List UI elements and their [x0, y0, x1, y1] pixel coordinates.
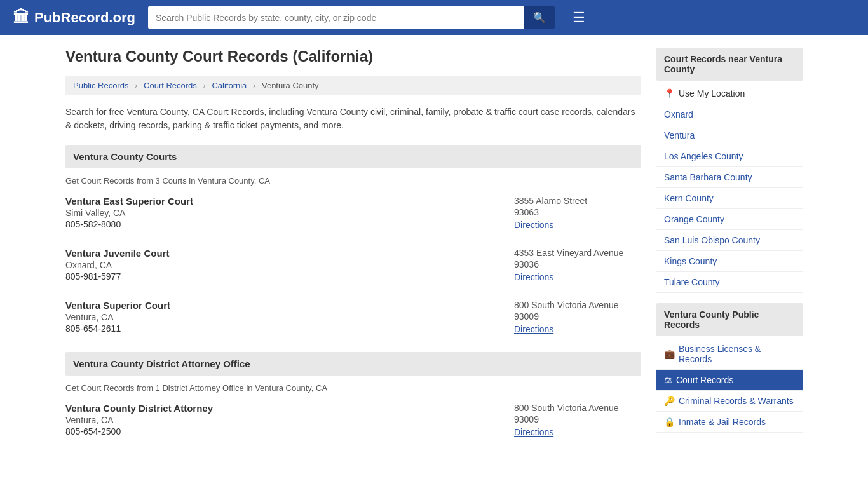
court-city-2: Ventura, CA: [65, 312, 170, 322]
sidebar-item-label: Orange County: [664, 214, 724, 224]
sidebar-use-location[interactable]: 📍 Use My Location: [656, 83, 803, 104]
sidebar-item-label: Inmate & Jail Records: [679, 417, 766, 427]
da-address-0: 800 South Victoria Avenue: [514, 403, 641, 413]
sidebar-item-label: San Luis Obispo County: [664, 235, 760, 245]
sidebar-item-santa-barbara[interactable]: Santa Barbara County: [656, 167, 803, 188]
sidebar-item-label: Kern County: [664, 193, 714, 203]
page-title: Ventura County Court Records (California…: [65, 48, 641, 65]
sidebar-item-business-licenses[interactable]: 💼 Business Licenses & Records: [656, 339, 803, 370]
court-name-1[interactable]: Ventura Juvenile Court: [65, 248, 169, 259]
da-name-0[interactable]: Ventura County District Attorney: [65, 403, 213, 414]
sidebar-item-label: Business Licenses & Records: [679, 344, 795, 364]
court-entry-1: Ventura Juvenile Court Oxnard, CA 805-98…: [65, 248, 641, 285]
court-left-1: Ventura Juvenile Court Oxnard, CA 805-98…: [65, 248, 169, 282]
breadcrumb-ventura-county: Ventura County: [262, 81, 319, 90]
sidebar-item-inmate-records[interactable]: 🔒 Inmate & Jail Records: [656, 412, 803, 433]
sidebar-item-label: Ventura: [664, 130, 695, 140]
da-section-header: Ventura County District Attorney Office: [65, 352, 641, 376]
court-phone-2: 805-654-2611: [65, 323, 170, 334]
sidebar-item-court-records[interactable]: ⚖ Court Records: [656, 370, 803, 391]
use-location-label: Use My Location: [679, 88, 745, 98]
breadcrumb-court-records[interactable]: Court Records: [144, 81, 197, 90]
logo-icon: 🏛: [13, 8, 29, 27]
search-bar: 🔍: [148, 6, 555, 29]
sidebar-item-label: Los Angeles County: [664, 151, 743, 161]
breadcrumb-public-records[interactable]: Public Records: [73, 81, 128, 90]
header: 🏛 PubRecord.org 🔍 ☰: [0, 0, 868, 35]
court-city-1: Oxnard, CA: [65, 260, 169, 270]
court-address-1: 4353 East Vineyard Avenue: [514, 248, 641, 258]
directions-link-2[interactable]: Directions: [514, 324, 553, 334]
sidebar: Court Records near Ventura County 📍 Use …: [656, 48, 803, 455]
court-address-2: 800 South Victoria Avenue: [514, 300, 641, 310]
court-entry-0: Ventura East Superior Court Simi Valley,…: [65, 196, 641, 233]
sidebar-item-kings[interactable]: Kings County: [656, 251, 803, 272]
page-description: Search for free Ventura County, CA Court…: [65, 105, 641, 132]
menu-icon: ☰: [573, 10, 585, 25]
search-input[interactable]: [148, 6, 524, 29]
courts-section-header: Ventura County Courts: [65, 145, 641, 168]
da-sub-description: Get Court Records from 1 District Attorn…: [65, 383, 641, 393]
court-right-0: 3855 Alamo Street 93063 Directions: [514, 196, 641, 230]
court-left-0: Ventura East Superior Court Simi Valley,…: [65, 196, 193, 230]
content-area: Ventura County Court Records (California…: [65, 48, 641, 455]
breadcrumb: Public Records › Court Records › Califor…: [65, 76, 641, 95]
logo-text: PubRecord.org: [34, 10, 135, 26]
sidebar-item-la-county[interactable]: Los Angeles County: [656, 146, 803, 167]
court-zip-1: 93036: [514, 259, 641, 269]
briefcase-icon: 💼: [664, 349, 675, 359]
directions-link-1[interactable]: Directions: [514, 272, 553, 282]
court-name-2[interactable]: Ventura Superior Court: [65, 300, 170, 311]
court-address-0: 3855 Alamo Street: [514, 196, 641, 206]
sidebar-item-san-luis[interactable]: San Luis Obispo County: [656, 230, 803, 251]
da-directions-link-0[interactable]: Directions: [514, 427, 553, 437]
sidebar-item-label: Santa Barbara County: [664, 172, 752, 182]
court-city-0: Simi Valley, CA: [65, 208, 193, 218]
da-entry-0: Ventura County District Attorney Ventura…: [65, 403, 641, 440]
sidebar-nearby-title: Court Records near Ventura County: [656, 48, 803, 81]
scales-icon: ⚖: [664, 375, 672, 385]
sidebar-item-ventura[interactable]: Ventura: [656, 125, 803, 146]
sidebar-item-orange[interactable]: Orange County: [656, 209, 803, 230]
da-zip-0: 93009: [514, 414, 641, 424]
sidebar-item-label: Oxnard: [664, 109, 693, 119]
court-phone-0: 805-582-8080: [65, 219, 193, 229]
court-right-1: 4353 East Vineyard Avenue 93036 Directio…: [514, 248, 641, 282]
lock-icon: 🔒: [664, 417, 675, 427]
directions-link-0[interactable]: Directions: [514, 220, 553, 230]
sidebar-item-kern[interactable]: Kern County: [656, 188, 803, 209]
search-icon: 🔍: [533, 12, 546, 23]
sidebar-item-label: Kings County: [664, 256, 717, 266]
main-container: Ventura County Court Records (California…: [53, 35, 815, 468]
breadcrumb-california[interactable]: California: [212, 81, 247, 90]
court-zip-2: 93009: [514, 311, 641, 322]
da-left-0: Ventura County District Attorney Ventura…: [65, 403, 213, 437]
courts-sub-description: Get Court Records from 3 Courts in Ventu…: [65, 176, 641, 186]
sidebar-public-records-title: Ventura County Public Records: [656, 303, 803, 336]
sidebar-item-tulare[interactable]: Tulare County: [656, 272, 803, 293]
da-section: Ventura County District Attorney Office …: [65, 352, 641, 440]
court-left-2: Ventura Superior Court Ventura, CA 805-6…: [65, 300, 170, 334]
da-right-0: 800 South Victoria Avenue 93009 Directio…: [514, 403, 641, 437]
court-entry-2: Ventura Superior Court Ventura, CA 805-6…: [65, 300, 641, 337]
da-city-0: Ventura, CA: [65, 415, 213, 425]
logo[interactable]: 🏛 PubRecord.org: [13, 8, 135, 27]
sidebar-item-criminal-records[interactable]: 🔑 Criminal Records & Warrants: [656, 391, 803, 412]
sidebar-item-label: Criminal Records & Warrants: [679, 396, 794, 406]
court-phone-1: 805-981-5977: [65, 271, 169, 281]
court-zip-0: 93063: [514, 207, 641, 217]
sidebar-item-label: Tulare County: [664, 277, 719, 287]
key-icon: 🔑: [664, 396, 675, 406]
da-phone-0: 805-654-2500: [65, 426, 213, 437]
sidebar-item-label: Court Records: [676, 375, 733, 385]
location-pin-icon: 📍: [664, 88, 675, 98]
sidebar-item-oxnard[interactable]: Oxnard: [656, 104, 803, 125]
court-name-0[interactable]: Ventura East Superior Court: [65, 196, 193, 207]
menu-button[interactable]: ☰: [573, 10, 585, 26]
court-right-2: 800 South Victoria Avenue 93009 Directio…: [514, 300, 641, 334]
search-button[interactable]: 🔍: [524, 6, 555, 29]
